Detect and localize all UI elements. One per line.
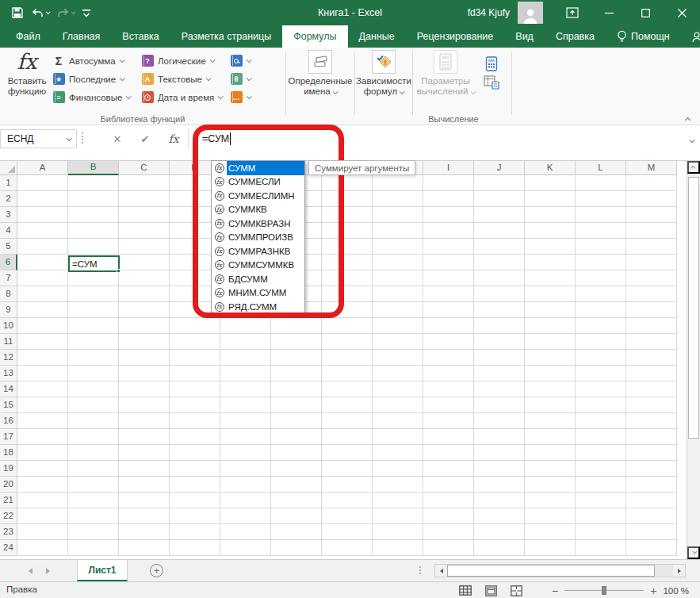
sheet-tab-list1[interactable]: Лист1 bbox=[77, 560, 128, 581]
column-header-k[interactable]: K bbox=[525, 161, 576, 175]
add-sheet-button[interactable]: + bbox=[150, 564, 163, 577]
tab-рецензирование[interactable]: Рецензирование bbox=[406, 25, 505, 48]
zoom-out-button[interactable]: − bbox=[552, 585, 558, 596]
autocomplete-item-суммпроизв[interactable]: fxСУММПРОИЗВ bbox=[212, 231, 304, 245]
autocomplete-item-бдсумм[interactable]: fxБДСУММ bbox=[212, 272, 304, 286]
close-button[interactable] bbox=[664, 0, 700, 25]
row-header-8[interactable]: 8 bbox=[0, 286, 17, 302]
scroll-up-button[interactable] bbox=[687, 161, 700, 174]
row-header-4[interactable]: 4 bbox=[0, 223, 17, 239]
tell-me-button[interactable]: Помощн bbox=[606, 25, 681, 48]
row-header-3[interactable]: 3 bbox=[0, 207, 17, 223]
tab-главная[interactable]: Главная bbox=[52, 25, 112, 48]
defined-names-button[interactable]: Определенные имена bbox=[288, 50, 353, 113]
formula-auditing-button[interactable]: ! Зависимости формул bbox=[357, 50, 411, 113]
zoom-in-button[interactable]: + bbox=[650, 585, 656, 596]
save-button[interactable] bbox=[8, 4, 27, 21]
cells-area[interactable] bbox=[17, 175, 677, 556]
row-header-5[interactable]: 5 bbox=[0, 239, 17, 255]
insert-function-button[interactable]: fx Вставить функцию bbox=[4, 50, 50, 113]
row-header-23[interactable]: 23 bbox=[0, 524, 17, 540]
zoom-slider-thumb[interactable] bbox=[602, 586, 606, 595]
autocomplete-item-ряд.сумм[interactable]: fxРЯД.СУММ bbox=[212, 300, 304, 314]
tab-scrollbar-splitter[interactable] bbox=[419, 566, 421, 574]
fill-handle[interactable] bbox=[117, 269, 120, 273]
row-header-12[interactable]: 12 bbox=[0, 350, 17, 366]
horizontal-scroll-track[interactable] bbox=[655, 565, 673, 577]
tab-вид[interactable]: Вид bbox=[504, 25, 545, 48]
zoom-slider[interactable] bbox=[564, 590, 644, 591]
user-name[interactable]: fd34 Kjufy bbox=[468, 7, 518, 18]
scroll-right-button[interactable] bbox=[673, 565, 685, 577]
autocomplete-item-суммсуммкв[interactable]: fxСУММСУММКВ bbox=[212, 259, 304, 273]
column-header-b[interactable]: B bbox=[68, 161, 119, 175]
horizontal-scroll-thumb[interactable] bbox=[447, 565, 655, 577]
column-header-a[interactable]: A bbox=[17, 161, 68, 175]
calculation-options-button[interactable]: Параметры вычислений bbox=[415, 50, 476, 113]
datetime-functions-button[interactable]: Дата и время bbox=[141, 89, 222, 105]
row-header-16[interactable]: 16 bbox=[0, 413, 17, 429]
select-all-corner[interactable] bbox=[0, 161, 17, 175]
recent-functions-button[interactable]: ★ Последние bbox=[52, 71, 130, 87]
text-functions-button[interactable]: A Текстовые bbox=[141, 71, 222, 87]
autocomplete-item-сумм[interactable]: fxСУММ bbox=[212, 161, 304, 175]
calculate-sheet-button[interactable] bbox=[480, 73, 503, 92]
tab-формулы[interactable]: Формулы bbox=[282, 25, 347, 48]
row-header-14[interactable]: 14 bbox=[0, 381, 17, 397]
previous-sheet-button[interactable] bbox=[29, 567, 35, 575]
column-header-j[interactable]: J bbox=[474, 161, 525, 175]
row-header-2[interactable]: 2 bbox=[0, 191, 17, 207]
minimize-button[interactable] bbox=[591, 0, 627, 25]
row-header-15[interactable]: 15 bbox=[0, 397, 17, 413]
row-header-21[interactable]: 21 bbox=[0, 493, 17, 508]
row-header-20[interactable]: 20 bbox=[0, 477, 17, 493]
row-header-18[interactable]: 18 bbox=[0, 445, 17, 461]
autosum-button[interactable]: Σ Автосумма bbox=[52, 52, 130, 69]
confirm-entry-button[interactable]: ✔ bbox=[135, 129, 155, 148]
row-header-7[interactable]: 7 bbox=[0, 270, 17, 286]
column-header-l[interactable]: L bbox=[576, 161, 626, 175]
active-cell-b6[interactable]: =СУМ bbox=[68, 255, 120, 272]
row-header-22[interactable]: 22 bbox=[0, 508, 17, 524]
insert-function-fx-button[interactable]: fx bbox=[163, 129, 184, 148]
tab-справка[interactable]: Справка bbox=[545, 25, 606, 48]
tab-вставка[interactable]: Вставка bbox=[111, 25, 170, 48]
row-header-6[interactable]: 6 bbox=[0, 255, 17, 270]
horizontal-scrollbar[interactable] bbox=[434, 564, 686, 577]
scroll-down-button[interactable] bbox=[687, 546, 700, 559]
next-sheet-button[interactable] bbox=[46, 567, 52, 575]
autocomplete-item-суммесли[interactable]: fxСУММЕСЛИ bbox=[212, 175, 304, 190]
autocomplete-item-мним.сумм[interactable]: fxМНИМ.СУММ bbox=[212, 286, 304, 301]
logical-functions-button[interactable]: ? Логические bbox=[141, 52, 222, 69]
share-button[interactable]: Поделиться bbox=[681, 25, 700, 48]
cancel-entry-button[interactable]: ✕ bbox=[107, 129, 128, 148]
maximize-button[interactable] bbox=[627, 0, 664, 25]
column-header-i[interactable]: I bbox=[423, 161, 474, 175]
scroll-left-button[interactable] bbox=[435, 565, 447, 577]
ribbon-display-options-button[interactable] bbox=[554, 0, 591, 25]
financial-functions-button[interactable]: ≡ Финансовые bbox=[52, 89, 130, 105]
user-avatar[interactable] bbox=[518, 2, 543, 24]
expand-formula-bar-button[interactable] bbox=[690, 133, 694, 145]
autocomplete-item-суммкв[interactable]: fxСУММКВ bbox=[212, 203, 304, 217]
vertical-scrollbar[interactable] bbox=[687, 161, 700, 559]
page-layout-view-button[interactable] bbox=[484, 584, 498, 598]
formula-input[interactable]: =СУМ bbox=[188, 129, 687, 148]
customize-qat-button[interactable] bbox=[79, 6, 94, 20]
redo-button[interactable] bbox=[54, 6, 78, 21]
row-header-24[interactable]: 24 bbox=[0, 540, 17, 556]
undo-button[interactable] bbox=[29, 6, 52, 21]
name-box-splitter[interactable] bbox=[82, 132, 83, 144]
tab-данные[interactable]: Данные bbox=[348, 25, 406, 48]
row-header-13[interactable]: 13 bbox=[0, 366, 17, 381]
row-header-10[interactable]: 10 bbox=[0, 318, 17, 334]
vertical-scroll-thumb[interactable] bbox=[688, 177, 699, 439]
math-trig-button[interactable]: θ bbox=[230, 71, 251, 87]
name-box[interactable]: ЕСНД bbox=[0, 129, 77, 148]
row-header-11[interactable]: 11 bbox=[0, 334, 17, 350]
page-break-preview-button[interactable] bbox=[509, 584, 523, 598]
row-header-19[interactable]: 19 bbox=[0, 461, 17, 477]
lookup-reference-button[interactable] bbox=[230, 52, 251, 69]
autocomplete-item-суммквразн[interactable]: fxСУММКВРАЗН bbox=[212, 217, 304, 231]
collapse-ribbon-button[interactable] bbox=[681, 113, 694, 122]
